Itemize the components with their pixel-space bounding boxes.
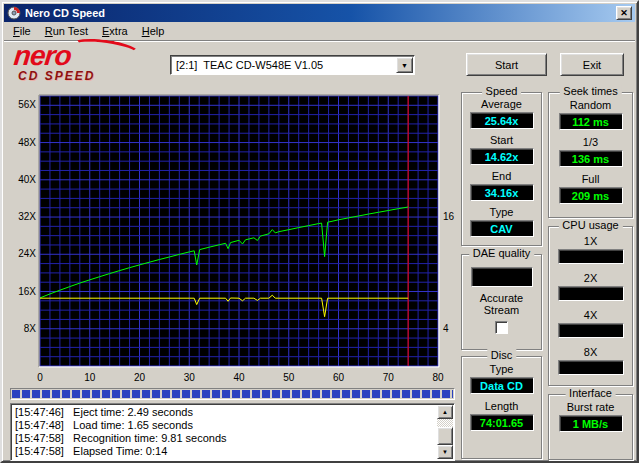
x-axis-label: 70 bbox=[383, 372, 395, 383]
speed-panel: Speed Average 25.64x Start 14.62x End 34… bbox=[461, 92, 542, 246]
menu-item-help[interactable]: Help bbox=[135, 23, 172, 39]
arrow-up-icon: ▲ bbox=[442, 409, 448, 415]
logo-cdspeed-text: CD SPEED bbox=[18, 69, 154, 83]
third-seek-label: 1/3 bbox=[549, 136, 632, 148]
app-icon bbox=[7, 6, 21, 20]
end-speed-display: 34.16x bbox=[470, 184, 534, 201]
cpu-1x-label: 1X bbox=[549, 235, 632, 247]
full-seek-display: 209 ms bbox=[559, 187, 623, 204]
accurate-stream-label: Accurate Stream bbox=[472, 292, 532, 316]
dropdown-button[interactable]: ▼ bbox=[396, 57, 413, 73]
seek-times-panel: Seek times Random 112 ms 1/3 136 ms Full… bbox=[548, 92, 633, 218]
drive-select-combobox[interactable]: [2:1] TEAC CD-W548E V1.05 ▼ bbox=[170, 55, 415, 75]
nero-logo: nero CD SPEED bbox=[14, 43, 154, 85]
x-axis-label: 10 bbox=[84, 372, 96, 383]
cpu-4x-label: 4X bbox=[549, 309, 632, 321]
drive-select-value: [2:1] TEAC CD-W548E V1.05 bbox=[171, 59, 396, 71]
speed-type-label: Type bbox=[462, 206, 541, 218]
interface-panel: Interface Burst rate 1 MB/s bbox=[548, 394, 633, 460]
cpu-8x-display bbox=[558, 360, 624, 375]
cpu-4x-display bbox=[558, 323, 624, 338]
progress-bar bbox=[10, 388, 455, 400]
y-axis-right-label: 4 bbox=[443, 323, 449, 334]
dae-quality-display bbox=[471, 267, 533, 287]
speed-panel-title: Speed bbox=[482, 85, 522, 97]
menu-item-run-test[interactable]: Run Test bbox=[38, 23, 95, 39]
x-axis-label: 40 bbox=[233, 372, 245, 383]
seek-times-panel-title: Seek times bbox=[559, 85, 621, 97]
y-axis-left-label: 24X bbox=[18, 248, 36, 259]
y-axis-left-label: 48X bbox=[18, 137, 36, 148]
x-axis-label: 30 bbox=[184, 372, 196, 383]
cpu-1x-display bbox=[558, 249, 624, 264]
transfer-rate-chart: 8X16X24X32X40X48X56X16401020304050607080 bbox=[7, 88, 459, 386]
x-axis-label: 60 bbox=[333, 372, 345, 383]
full-seek-label: Full bbox=[549, 173, 632, 185]
burst-rate-label: Burst rate bbox=[549, 401, 632, 413]
chevron-down-icon: ▼ bbox=[401, 62, 408, 69]
average-label: Average bbox=[462, 98, 541, 110]
third-seek-display: 136 ms bbox=[559, 150, 623, 167]
menu-item-extra[interactable]: Extra bbox=[95, 23, 135, 39]
y-axis-right-label: 16 bbox=[443, 211, 455, 222]
y-axis-left-label: 56X bbox=[18, 99, 36, 110]
log-line: [15:47:46] Eject time: 2.49 seconds bbox=[15, 406, 435, 419]
interface-panel-title: Interface bbox=[565, 387, 616, 399]
dae-quality-panel-title: DAE quality bbox=[469, 247, 534, 259]
disc-length-display: 74:01.65 bbox=[470, 414, 534, 431]
log-line: [15:47:48] Load time: 1.65 seconds bbox=[15, 419, 435, 432]
title-bar: Nero CD Speed ✕ bbox=[4, 4, 635, 22]
log-line: [15:47:58] Elapsed Time: 0:14 bbox=[15, 445, 435, 458]
x-axis-label: 50 bbox=[283, 372, 295, 383]
log-line: [15:47:58] Recognition time: 9.81 second… bbox=[15, 432, 435, 445]
app-window: Nero CD Speed ✕ File Run Test Extra Help… bbox=[0, 0, 639, 463]
disc-type-display: Data CD bbox=[470, 377, 534, 394]
arrow-down-icon: ▼ bbox=[442, 449, 448, 455]
scroll-up-button[interactable]: ▲ bbox=[437, 405, 453, 419]
close-button[interactable]: ✕ bbox=[616, 6, 632, 20]
close-icon: ✕ bbox=[620, 8, 628, 18]
y-axis-left-label: 32X bbox=[18, 211, 36, 222]
start-button[interactable]: Start bbox=[466, 53, 547, 76]
menu-item-file[interactable]: File bbox=[6, 23, 38, 39]
cpu-usage-panel-title: CPU usage bbox=[558, 219, 622, 231]
speed-type-display: CAV bbox=[470, 220, 534, 237]
cpu-8x-label: 8X bbox=[549, 346, 632, 358]
scroll-track[interactable] bbox=[437, 419, 453, 445]
exit-button[interactable]: Exit bbox=[560, 53, 624, 76]
scroll-down-button[interactable]: ▼ bbox=[437, 445, 453, 459]
log-lines: [15:47:46] Eject time: 2.49 seconds [15:… bbox=[15, 406, 435, 458]
burst-rate-display: 1 MB/s bbox=[559, 415, 623, 432]
start-speed-label: Start bbox=[462, 134, 541, 146]
x-axis-label: 20 bbox=[134, 372, 146, 383]
disc-type-label: Type bbox=[462, 363, 541, 375]
disc-panel-title: Disc bbox=[487, 349, 516, 361]
end-speed-label: End bbox=[462, 170, 541, 182]
x-axis-label: 0 bbox=[37, 372, 43, 383]
cpu-2x-label: 2X bbox=[549, 272, 632, 284]
x-axis-label: 80 bbox=[432, 372, 444, 383]
y-axis-left-label: 8X bbox=[24, 323, 37, 334]
y-axis-left-label: 40X bbox=[18, 174, 36, 185]
progress-fill bbox=[12, 390, 453, 398]
accurate-stream-checkbox[interactable] bbox=[495, 321, 508, 334]
average-value-display: 25.64x bbox=[470, 112, 534, 129]
cpu-usage-panel: CPU usage 1X 2X 4X 8X bbox=[548, 226, 633, 386]
y-axis-left-label: 16X bbox=[18, 286, 36, 297]
random-seek-display: 112 ms bbox=[559, 113, 623, 130]
cpu-2x-display bbox=[558, 286, 624, 301]
disc-length-label: Length bbox=[462, 400, 541, 412]
random-seek-label: Random bbox=[549, 99, 632, 111]
scroll-thumb[interactable] bbox=[437, 427, 453, 445]
dae-quality-panel: DAE quality Accurate Stream bbox=[461, 254, 542, 350]
window-title: Nero CD Speed bbox=[25, 7, 105, 19]
start-speed-display: 14.62x bbox=[470, 148, 534, 165]
log-scrollbar[interactable]: ▲ ▼ bbox=[437, 405, 453, 459]
disc-panel: Disc Type Data CD Length 74:01.65 bbox=[461, 356, 542, 459]
log-listbox[interactable]: [15:47:46] Eject time: 2.49 seconds [15:… bbox=[10, 403, 455, 461]
chart-canvas: 8X16X24X32X40X48X56X16401020304050607080 bbox=[7, 88, 459, 386]
